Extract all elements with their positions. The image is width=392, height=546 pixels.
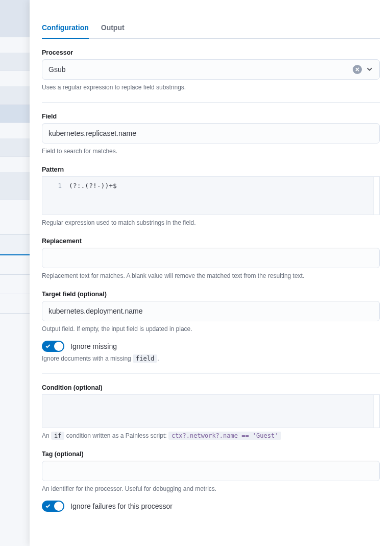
condition-editor[interactable] xyxy=(42,394,380,428)
processor-select[interactable]: Gsub xyxy=(42,59,380,80)
replacement-help: Replacement text for matches. A blank va… xyxy=(42,271,380,280)
code-pill: field xyxy=(133,354,157,363)
field-input[interactable] xyxy=(42,123,380,144)
divider xyxy=(42,373,380,374)
tabs: Configuration Output xyxy=(42,18,380,39)
processor-label: Processor xyxy=(42,49,380,56)
ignore-failures-toggle[interactable] xyxy=(42,501,64,512)
replacement-label: Replacement xyxy=(42,238,380,245)
target-help: Output field. If empty, the input field … xyxy=(42,324,380,334)
tab-configuration[interactable]: Configuration xyxy=(42,18,89,39)
chevron-down-icon xyxy=(366,65,373,74)
ignore-missing-help: Ignore documents with a missing field. xyxy=(42,354,380,363)
pattern-label: Pattern xyxy=(42,166,380,173)
pattern-editor[interactable]: 1 (?:.(?!-))+$ xyxy=(42,176,380,215)
pattern-help: Regular expression used to match substri… xyxy=(42,218,380,227)
code-pill: if xyxy=(51,432,64,440)
scroll-track[interactable] xyxy=(373,395,379,428)
ignore-failures-label: Ignore failures for this processor xyxy=(70,502,173,510)
code-pill: ctx?.network?.name == 'Guest' xyxy=(168,432,282,440)
processor-value: Gsub xyxy=(48,65,353,74)
tab-output[interactable]: Output xyxy=(101,18,125,39)
ignore-missing-label: Ignore missing xyxy=(70,342,117,350)
background-sidebar xyxy=(0,0,30,546)
tag-label: Tag (optional) xyxy=(42,450,380,458)
pattern-code: (?:.(?!-))+$ xyxy=(69,177,379,215)
processor-help: Uses a regular expression to replace fie… xyxy=(42,83,380,92)
check-icon xyxy=(45,343,51,349)
divider xyxy=(42,102,380,103)
field-help: Field to search for matches. xyxy=(42,147,380,156)
tag-input[interactable] xyxy=(42,461,380,481)
processor-flyout: Configuration Output Processor Gsub Uses… xyxy=(30,0,392,546)
target-label: Target field (optional) xyxy=(42,291,380,298)
check-icon xyxy=(45,503,51,509)
replacement-input[interactable] xyxy=(42,248,380,268)
condition-label: Condition (optional) xyxy=(42,384,380,391)
condition-help: An if condition written as a Painless sc… xyxy=(42,431,380,440)
clear-icon[interactable] xyxy=(353,65,362,74)
tag-help: An identifier for the processor. Useful … xyxy=(42,484,380,493)
scroll-track[interactable] xyxy=(373,177,379,215)
line-number: 1 xyxy=(42,177,69,215)
ignore-missing-toggle[interactable] xyxy=(42,341,64,352)
target-input[interactable] xyxy=(42,301,380,321)
field-label: Field xyxy=(42,113,380,120)
